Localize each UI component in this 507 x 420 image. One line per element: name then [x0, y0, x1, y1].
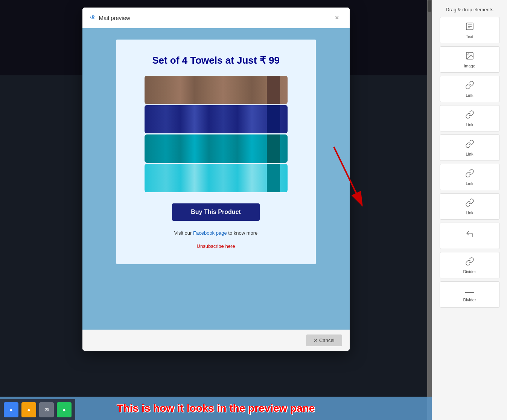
- divider-icon: [465, 287, 474, 296]
- towel-teal-texture: [145, 134, 288, 163]
- towels-image: [145, 76, 288, 192]
- text-icon: [465, 22, 474, 33]
- sidebar-item-link6[interactable]: Divider: [440, 252, 500, 278]
- modal-overlay: 👁 Mail preview × Set of 4 Towels at Just…: [0, 0, 432, 420]
- sidebar-item-image[interactable]: Image: [440, 46, 500, 73]
- towel-darkblue-texture: [145, 105, 288, 133]
- sidebar-item-link2[interactable]: Link: [440, 105, 500, 131]
- bottom-icon-blue[interactable]: ●: [4, 402, 18, 417]
- sidebar-title: Drag & drop elements: [443, 4, 496, 15]
- towel-brown: [145, 76, 288, 104]
- sidebar-item-link3[interactable]: Link: [440, 134, 500, 161]
- cancel-button[interactable]: ✕ Cancel: [306, 334, 342, 346]
- modal-dialog: 👁 Mail preview × Set of 4 Towels at Just…: [82, 8, 350, 351]
- arrow-annotation: [330, 143, 350, 211]
- link2-icon: [465, 110, 474, 121]
- facebook-link[interactable]: Facebook page: [193, 230, 227, 236]
- towel-cyan-texture: [145, 164, 288, 192]
- link1-label: Link: [466, 93, 473, 98]
- undo-icon: [465, 230, 474, 241]
- sidebar-item-divider[interactable]: Divider: [440, 281, 500, 308]
- link6-label: Divider: [463, 269, 476, 274]
- unsubscribe-link[interactable]: Unsubscribe here: [197, 243, 235, 249]
- towel-teal-band: [267, 134, 280, 163]
- buy-button[interactable]: Buy This Product: [172, 203, 259, 221]
- svg-line-8: [334, 147, 350, 205]
- link4-label: Link: [466, 181, 473, 186]
- text-label: Text: [466, 34, 473, 39]
- sidebar-item-text[interactable]: Text: [440, 17, 500, 43]
- image-label: Image: [464, 64, 475, 68]
- visit-text-after: to know more: [227, 230, 258, 236]
- modal-header-left: 👁 Mail preview: [90, 14, 130, 21]
- right-sidebar: Drag & drop elements Text Image: [432, 0, 507, 420]
- towel-teal: [145, 134, 288, 163]
- link5-icon: [465, 198, 474, 209]
- email-container: Set of 4 Towels at Just ₹ 99: [116, 40, 316, 264]
- link6-icon: [465, 257, 474, 268]
- towel-brown-band: [267, 76, 280, 104]
- svg-point-5: [468, 54, 469, 55]
- towel-brown-texture: [145, 76, 288, 104]
- modal-title: Mail preview: [99, 15, 130, 21]
- visit-text-before: Visit our: [174, 230, 193, 236]
- sidebar-item-link1[interactable]: Link: [440, 76, 500, 102]
- towel-cyan: [145, 164, 288, 192]
- link5-label: Link: [466, 211, 473, 215]
- bottom-icon-green[interactable]: ●: [57, 402, 72, 417]
- bottom-icon-gray[interactable]: ✉: [39, 402, 54, 417]
- bottom-icon-orange[interactable]: ●: [21, 402, 36, 417]
- towel-darkblue: [145, 105, 288, 133]
- sidebar-item-undo[interactable]: [440, 223, 500, 249]
- link2-label: Link: [466, 122, 473, 127]
- bottom-bar: ● ● ✉ ●: [0, 399, 75, 420]
- link3-label: Link: [466, 152, 473, 156]
- link3-icon: [465, 139, 474, 150]
- email-heading: Set of 4 Towels at Just ₹ 99: [152, 55, 280, 66]
- modal-close-button[interactable]: ×: [332, 13, 342, 23]
- divider-label: Divider: [463, 298, 476, 302]
- sidebar-item-link5[interactable]: Link: [440, 193, 500, 220]
- towel-darkblue-band: [267, 105, 280, 133]
- link4-icon: [465, 169, 474, 180]
- visit-text: Visit our Facebook page to know more: [174, 230, 258, 236]
- modal-body: Set of 4 Towels at Just ₹ 99: [82, 28, 350, 330]
- eye-icon: 👁: [90, 14, 96, 21]
- modal-footer: ✕ Cancel: [82, 330, 350, 351]
- link1-icon: [465, 81, 474, 92]
- sidebar-item-link4[interactable]: Link: [440, 164, 500, 190]
- image-icon: [465, 51, 474, 62]
- towel-cyan-band: [267, 164, 280, 192]
- modal-header: 👁 Mail preview ×: [82, 8, 350, 28]
